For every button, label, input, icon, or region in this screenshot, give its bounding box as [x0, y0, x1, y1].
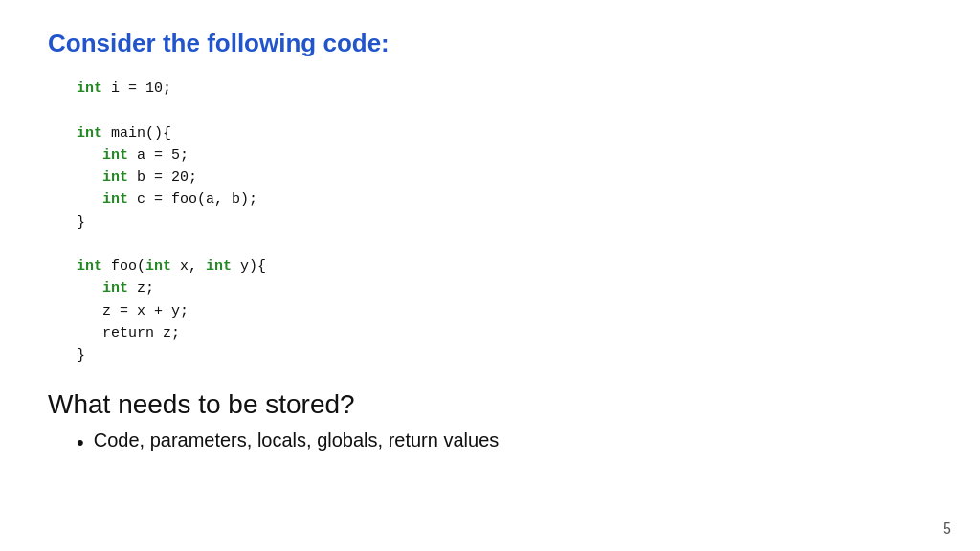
code-line-1: int i = 10;	[77, 77, 932, 99]
code-line-close-foo: }	[77, 344, 932, 366]
bullet-text: Code, parameters, locals, globals, retur…	[94, 430, 500, 452]
code-line-close-main: }	[77, 211, 932, 233]
code-line-main: int main(){	[77, 122, 932, 144]
code-line-b: int b = 20;	[77, 166, 932, 188]
code-line-return: return z;	[77, 322, 932, 344]
section-question: What needs to be stored?	[48, 389, 932, 420]
code-line-z-assign: z = x + y;	[77, 300, 932, 322]
code-line-z-decl: int z;	[77, 277, 932, 299]
code-line-blank1	[77, 99, 932, 121]
bullet-dot: •	[77, 430, 84, 457]
page-number: 5	[943, 520, 951, 538]
slide: Consider the following code: int i = 10;…	[0, 0, 980, 551]
bullet-item-1: • Code, parameters, locals, globals, ret…	[77, 430, 932, 457]
code-line-foo: int foo(int x, int y){	[77, 255, 932, 277]
code-block: int i = 10; int main(){ int a = 5; int b…	[77, 77, 932, 366]
code-line-blank2	[77, 233, 932, 255]
bullet-list: • Code, parameters, locals, globals, ret…	[77, 430, 932, 457]
code-line-c: int c = foo(a, b);	[77, 188, 932, 210]
slide-title: Consider the following code:	[48, 29, 932, 58]
code-line-a: int a = 5;	[77, 144, 932, 166]
